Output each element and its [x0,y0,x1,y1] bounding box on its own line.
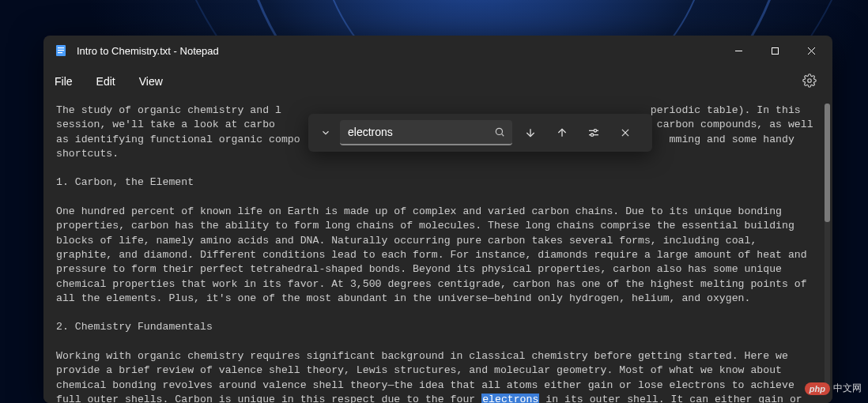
menubar: File Edit View [43,66,832,97]
svg-point-16 [591,134,593,136]
svg-point-8 [808,78,812,82]
settings-icon[interactable] [802,73,817,90]
svg-line-10 [502,134,504,137]
maximize-button[interactable] [757,36,793,66]
notepad-app-icon [55,44,67,57]
find-previous-button[interactable] [549,120,576,145]
close-button[interactable] [793,36,829,66]
find-options-button[interactable] [580,120,607,145]
watermark-text: 中文网 [833,382,862,395]
find-bar [308,114,652,152]
svg-rect-2 [58,50,64,51]
titlebar: Intro to Chemistry.txt - Notepad [43,36,832,66]
find-input[interactable] [348,126,492,138]
vertical-scrollbar[interactable] [825,104,830,388]
menu-view[interactable]: View [139,75,163,88]
window-title: Intro to Chemistry.txt - Notepad [77,45,219,57]
watermark: php 中文网 [805,382,862,395]
svg-rect-3 [58,52,62,53]
svg-rect-5 [772,47,778,54]
search-icon[interactable] [492,126,508,137]
svg-point-9 [496,128,502,134]
search-highlight: electrons [481,394,539,403]
scrollbar-thumb[interactable] [825,104,830,222]
watermark-logo: php [805,382,830,395]
svg-point-14 [594,130,596,132]
minimize-button[interactable] [720,36,757,66]
find-input-wrap [340,120,512,145]
find-next-button[interactable] [517,120,544,145]
find-close-button[interactable] [612,120,639,145]
menu-file[interactable]: File [55,75,73,88]
notepad-window: Intro to Chemistry.txt - Notepad File Ed… [43,36,832,403]
menu-edit[interactable]: Edit [96,75,115,88]
svg-rect-1 [58,47,64,48]
find-expand-toggle[interactable] [316,120,335,145]
